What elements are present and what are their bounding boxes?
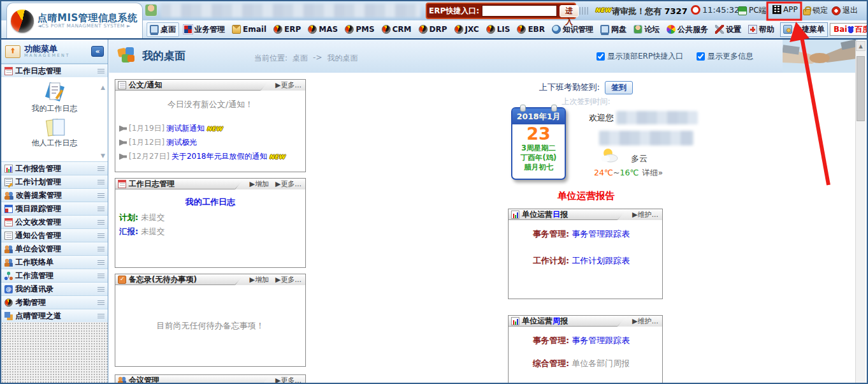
nav-quick-menu[interactable]: 快捷菜单 [780, 22, 828, 37]
new-badge: NEW [595, 7, 611, 13]
scroll-down-icon[interactable]: ▼ [101, 152, 105, 159]
daily-maintain-link[interactable]: ▶维护... [632, 210, 658, 219]
nav-label: CRM [393, 25, 412, 34]
sidebar-item-label: 单位会议管理 [15, 244, 61, 255]
sidebar-item-notice-announcement[interactable]: 通知公告管理 [1, 228, 108, 242]
more-info-checkbox[interactable] [697, 52, 705, 61]
worklog-add-link[interactable]: ▶增加 [250, 179, 269, 189]
weather-detail-link[interactable]: 详细» [642, 168, 663, 177]
sidebar: 功能菜单 MANAGEMENT « 工作日志管理 ▲ 我的工作日志 [1, 40, 108, 384]
user-avatar-icon[interactable] [145, 4, 157, 17]
brand-pie-icon [11, 10, 34, 33]
sidebar-item-project-tracking[interactable]: 项目跟踪管理 [1, 202, 108, 215]
grip-icon [98, 179, 105, 185]
worklog-panel: 工作日志管理 ▶增加 ▶更多... 我的工作日志 计划: 未提交 汇报: 未提交 [115, 178, 306, 268]
breadcrumb-home[interactable]: 桌面 [293, 53, 308, 64]
sidebar-item-improvement-proposal[interactable]: 改善提案管理 [1, 188, 108, 202]
redacted-location [599, 131, 693, 145]
daily-report-panel: 单位运营日报 ▶维护... 事务管理: 事务管理跟踪表 工作计划: 工作计划跟踪… [508, 209, 663, 299]
pie-icon [4, 299, 13, 307]
nav-public-service[interactable]: 公共服务 [664, 23, 711, 36]
baidu-search-button[interactable]: Bai 百度 [830, 23, 868, 36]
sidebar-title: 功能菜单 [24, 45, 70, 54]
erp-quick-checkbox[interactable] [597, 52, 605, 61]
meeting-panel: 会议管理 ▶更多... [115, 374, 306, 384]
nav-help[interactable]: 帮助 [746, 23, 777, 36]
nav-mas[interactable]: MAS [305, 24, 340, 35]
weekly-maintain-link[interactable]: ▶维护... [632, 316, 658, 326]
nav-business[interactable]: 业务管理 [181, 23, 228, 36]
scrollbar-thumb[interactable] [857, 56, 865, 121]
nav-label: 设置 [726, 24, 741, 35]
pc-client-button[interactable]: PC端 [738, 5, 767, 16]
vertical-scrollbar[interactable]: ▲ [855, 41, 865, 384]
nav-drp[interactable]: DRP [416, 24, 450, 35]
quick-menu-icon [783, 25, 792, 34]
notice-item: [1月12日] 测试极光 [119, 137, 197, 148]
notice-link[interactable]: 关于2018年元旦放假的通知 [171, 151, 268, 162]
memo-add-link[interactable]: ▶增加 [250, 275, 269, 284]
nav-lis[interactable]: LIS [484, 24, 513, 35]
baidu-paw-icon [847, 26, 855, 33]
approval-notice[interactable]: 请审批！您有 7327 封 [612, 6, 687, 17]
nav-ebr[interactable]: EBR [514, 24, 547, 35]
nav-email[interactable]: Email [229, 24, 269, 35]
sidebar-item-dianjing-dao[interactable]: 点晴管理之道 [1, 309, 108, 322]
row-link[interactable]: 事务管理跟踪表 [572, 336, 630, 345]
calendar-ring-icon [551, 105, 557, 112]
bar-chart-icon [4, 165, 13, 173]
sidebar-subitem-my-worklog[interactable]: 我的工作日志 [1, 103, 108, 114]
notice-item: [12月27日] 关于2018年元旦放假的通知 NEW [119, 151, 286, 162]
lock-icon [803, 9, 811, 15]
sidebar-item-meeting-management[interactable]: 单位会议管理 [1, 242, 108, 255]
people-chart-icon [4, 191, 13, 200]
toggle-more-info[interactable]: 显示更多信息 [697, 51, 753, 62]
memo-more-link[interactable]: ▶更多... [275, 275, 301, 284]
sidebar-item-worklog[interactable]: 工作日志管理 [1, 64, 108, 77]
nav-jxc[interactable]: JXC [452, 24, 482, 35]
lock-button[interactable]: 锁定 [803, 5, 828, 16]
scroll-up-icon[interactable]: ▲ [101, 84, 105, 91]
nav-forum[interactable]: 论坛 [631, 23, 662, 36]
nav-label: LIS [497, 25, 510, 34]
meeting-more-link[interactable]: ▶更多... [275, 376, 301, 384]
app-button[interactable]: APP [772, 5, 798, 14]
scrollbar-up-arrow[interactable]: ▲ [856, 41, 865, 51]
notice-link[interactable]: 测试新通知 [166, 123, 205, 134]
nav-erp[interactable]: ERP [271, 24, 303, 35]
nav-desktop[interactable]: 桌面 [147, 22, 179, 37]
nav-settings[interactable]: 设置 [712, 23, 744, 36]
nav-pms[interactable]: PMS [342, 24, 377, 35]
sidebar-item-workflow[interactable]: 工作流管理 [1, 269, 108, 282]
checkin-button[interactable]: 签到 [605, 81, 633, 94]
erp-enter-button[interactable]: 进入 [560, 5, 579, 17]
nav-netdisk[interactable]: 网盘 [598, 23, 629, 36]
erp-quick-input[interactable] [482, 5, 557, 17]
row-link[interactable]: 工作计划跟踪表 [572, 256, 630, 265]
sidebar-item-attendance[interactable]: 考勤管理 [1, 295, 108, 309]
exit-button[interactable]: 退出 [832, 5, 858, 16]
nav-crm[interactable]: CRM [379, 24, 414, 35]
sidebar-item-work-contact[interactable]: 工作联络单 [1, 255, 108, 269]
sidebar-collapse-button[interactable]: « [91, 46, 104, 57]
sidebar-item-document-dispatch[interactable]: 公文收发管理 [1, 215, 108, 228]
memo-empty-text: 目前尚无任何待办备忘事项！ [115, 320, 305, 332]
notice-more-link[interactable]: ▶更多... [275, 80, 301, 90]
project-table-icon [4, 205, 13, 213]
pie-icon [308, 25, 317, 34]
notice-link[interactable]: 测试极光 [166, 137, 197, 148]
sidebar-item-contacts[interactable]: @我的通讯录 [1, 282, 108, 295]
sidebar-item-work-report[interactable]: 工作报告管理 [1, 161, 108, 175]
panel-title: 公文/通知 [129, 80, 162, 91]
row-link[interactable]: 事务管理跟踪表 [572, 229, 630, 239]
my-worklog-link[interactable]: 我的工作日志 [115, 196, 305, 208]
my-worklog-icon[interactable] [41, 82, 69, 103]
sidebar-subitem-others-worklog[interactable]: 他人工作日志 [1, 138, 108, 149]
others-worklog-icon[interactable] [41, 117, 69, 138]
worklog-more-link[interactable]: ▶更多... [275, 179, 301, 189]
sidebar-item-work-plan[interactable]: 工作计划管理 [1, 175, 108, 188]
nav-label: EBR [528, 25, 545, 34]
toggle-erp-quick-entry[interactable]: 显示顶部ERP快捷入口 [597, 51, 683, 62]
pie-icon [454, 25, 463, 34]
sidebar-filler-pattern [1, 322, 108, 384]
